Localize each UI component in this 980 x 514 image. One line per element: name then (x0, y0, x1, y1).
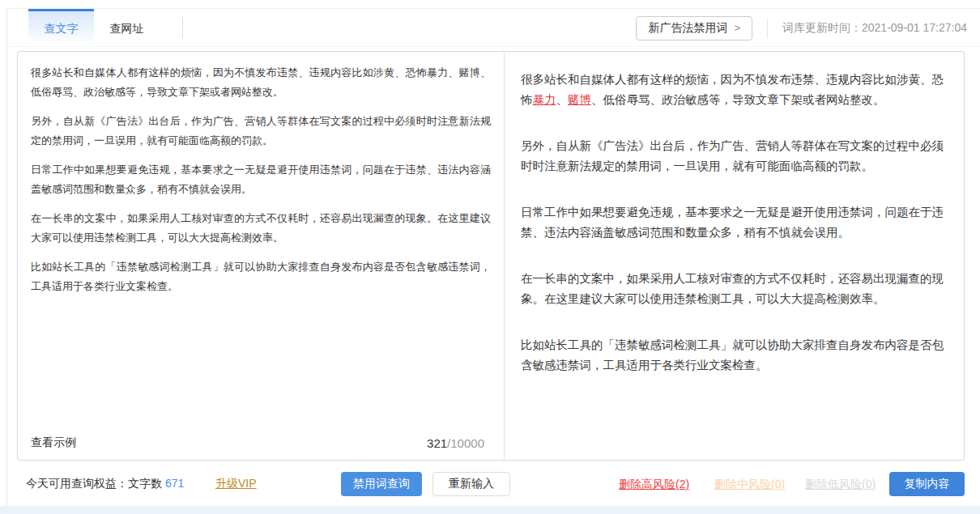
dict-update-time-label: 词库更新时间： (782, 21, 862, 34)
upgrade-vip-link[interactable]: 升级VIP (215, 477, 257, 491)
tab-check-text[interactable]: 查文字 (28, 9, 94, 46)
input-panel: 很多站长和自媒体人都有这样的烦恼，因为不慎发布违禁、违规内容比如涉黄、恐怖暴力、… (18, 52, 505, 460)
quota-label: 今天可用查询权益：文字数 (26, 477, 165, 490)
char-count-limit: /10000 (447, 436, 484, 450)
result-text-segment: 另外，自从新《广告法》出台后，作为广告、营销人等群体在写文案的过程中必须时时注意… (521, 139, 944, 172)
result-text-segment: 比如站长工具的「违禁敏感词检测工具」就可以协助大家排查自身发布内容是否包含敏感违… (521, 338, 944, 372)
result-text-segment: 、低俗辱骂、政治敏感等，导致文章下架或者网站整改。 (591, 93, 885, 106)
input-panel-footer: 查看示例 321/10000 (31, 435, 484, 450)
page-background-strip (0, 506, 980, 514)
quota-value: 671 (165, 477, 184, 490)
dict-update-time-value: 2021-09-01 17:27:04 (862, 21, 967, 34)
view-example-link[interactable]: 查看示例 (31, 435, 76, 450)
tab-divider (182, 17, 183, 38)
delete-low-risk-link[interactable]: 删除低风险(0) (805, 478, 876, 492)
flagged-word-high-risk[interactable]: 暴力 (533, 93, 556, 106)
input-paragraph: 另外，自从新《广告法》出台后，作为广告、营销人等群体在写文案的过程中必须时时注意… (31, 112, 491, 151)
banned-word-query-button[interactable]: 禁用词查询 (341, 472, 422, 496)
input-paragraph: 很多站长和自媒体人都有这样的烦恼，因为不慎发布违禁、违规内容比如涉黄、恐怖暴力、… (31, 63, 491, 102)
header-divider (767, 19, 768, 38)
result-panel: 很多站长和自媒体人都有这样的烦恼，因为不慎发布违禁、违规内容比如涉黄、恐怖暴力、… (505, 52, 964, 460)
delete-high-risk-link[interactable]: 删除高风险(2) (619, 478, 689, 492)
flagged-word-high-risk[interactable]: 赌博 (568, 93, 591, 106)
input-paragraph: 比如站长工具的「违禁敏感词检测工具」就可以协助大家排查自身发布内容是否包含敏感违… (31, 257, 491, 296)
result-paragraph: 另外，自从新《广告法》出台后，作为广告、营销人等群体在写文案的过程中必须时时注意… (521, 136, 948, 176)
char-counter: 321/10000 (427, 436, 484, 450)
copy-content-button[interactable]: 复制内容 (889, 472, 965, 496)
char-count-current: 321 (427, 436, 447, 450)
delete-mid-risk-link[interactable]: 删除中风险(0) (714, 478, 785, 492)
footer-bar: 今天可用查询权益：文字数 671 升级VIP 禁用词查询 重新输入 删除高风险(… (7, 461, 980, 507)
content-box: 很多站长和自媒体人都有这样的烦恼，因为不慎发布违禁、违规内容比如涉黄、恐怖暴力、… (17, 51, 965, 461)
result-text-segment: 、 (556, 93, 569, 106)
result-paragraph: 比如站长工具的「违禁敏感词检测工具」就可以协助大家排查自身发布内容是否包含敏感违… (521, 335, 948, 376)
input-textarea[interactable]: 很多站长和自媒体人都有这样的烦恼，因为不慎发布违禁、违规内容比如涉黄、恐怖暴力、… (31, 63, 491, 296)
dict-update-time: 词库更新时间：2021-09-01 17:27:04 (782, 21, 970, 36)
new-ad-law-words-label: 新广告法禁用词 (648, 21, 727, 36)
result-paragraph: 在一长串的文案中，如果采用人工核对审查的方式不仅耗时，还容易出现漏查的现象。在这… (521, 269, 948, 309)
input-paragraph: 日常工作中如果想要避免违规，基本要求之一无疑是避开使用违禁词，问题在于违禁、违法… (31, 160, 491, 199)
result-text: 很多站长和自媒体人都有这样的烦恼，因为不慎发布违禁、违规内容比如涉黄、恐怖暴力、… (521, 70, 948, 376)
result-text-segment: 在一长串的文案中，如果采用人工核对审查的方式不仅耗时，还容易出现漏查的现象。在这… (521, 272, 944, 305)
new-ad-law-words-button[interactable]: 新广告法禁用词 > (636, 16, 752, 40)
result-paragraph: 日常工作中如果想要避免违规，基本要求之一无疑是避开使用违禁词，问题在于违禁、违法… (521, 202, 948, 243)
header-right: 新广告法禁用词 > 词库更新时间：2021-09-01 17:27:04 (636, 9, 970, 47)
tab-check-url[interactable]: 查网址 (94, 9, 160, 46)
quota-text: 今天可用查询权益：文字数 671 (26, 477, 184, 491)
word-checker-card: 查文字 查网址 新广告法禁用词 > 词库更新时间：2021-09-01 17:2… (6, 8, 980, 506)
chevron-right-icon: > (734, 22, 740, 34)
input-paragraph: 在一长串的文案中，如果采用人工核对审查的方式不仅耗时，还容易出现漏查的现象。在这… (31, 209, 491, 248)
tab-bar: 查文字 查网址 新广告法禁用词 > 词库更新时间：2021-09-01 17:2… (7, 9, 980, 47)
result-paragraph: 很多站长和自媒体人都有这样的烦恼，因为不慎发布违禁、违规内容比如涉黄、恐怖暴力、… (521, 70, 948, 110)
result-text-segment: 日常工作中如果想要避免违规，基本要求之一无疑是避开使用违禁词，问题在于违禁、违法… (521, 206, 944, 239)
reinput-button[interactable]: 重新输入 (432, 472, 510, 496)
